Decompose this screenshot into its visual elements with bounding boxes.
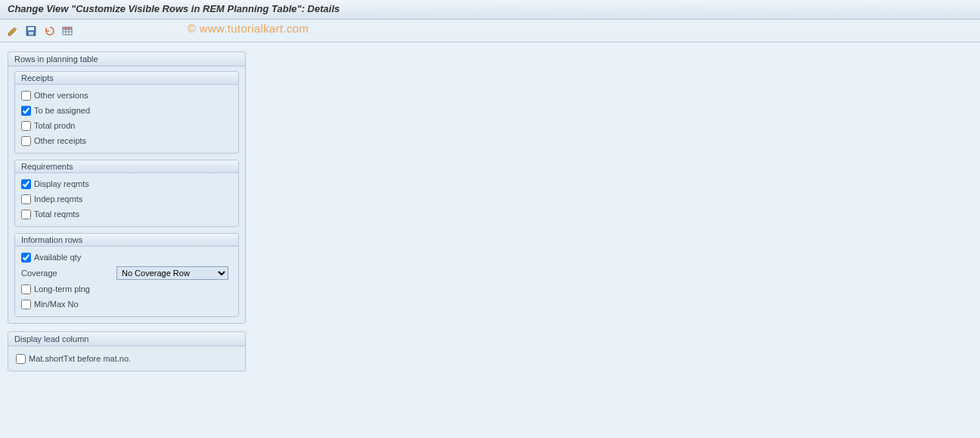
svg-rect-1 [28, 27, 34, 30]
checkbox-to-be-assigned[interactable] [21, 106, 31, 116]
checkbox-min-max-no[interactable] [21, 300, 31, 309]
row-total-prodn: Total prodn [21, 118, 232, 133]
group-requirements: Requirements Display reqmts Indep.reqmts… [14, 160, 239, 227]
watermark: © www.tutorialkart.com [188, 22, 309, 35]
page-title: Change View "Customize Visible Rows in R… [8, 3, 972, 14]
table-settings-icon[interactable] [60, 24, 74, 38]
checkbox-display-reqmts[interactable] [21, 179, 31, 189]
edit-icon[interactable] [6, 24, 20, 38]
checkbox-mat-shorttxt[interactable] [16, 354, 26, 364]
undo-icon[interactable] [42, 24, 56, 38]
row-display-reqmts: Display reqmts [21, 176, 232, 191]
svg-rect-2 [29, 32, 33, 35]
checkbox-available-qty[interactable] [21, 253, 31, 262]
panel-rows-planning-table: Rows in planning table Receipts Other ve… [8, 51, 246, 324]
row-other-versions: Other versions [21, 88, 232, 103]
label-other-receipts: Other receipts [34, 136, 86, 145]
label-long-term-plng: Long-term plng [34, 284, 90, 294]
group-title-information-rows: Information rows [15, 234, 238, 247]
group-information-rows: Information rows Available qty Coverage … [14, 233, 239, 317]
row-other-receipts: Other receipts [21, 133, 232, 148]
checkbox-other-versions[interactable] [21, 91, 31, 101]
row-indep-reqmts: Indep.reqmts [21, 191, 232, 207]
row-mat-shorttxt: Mat.shortTxt before mat.no. [16, 351, 237, 366]
row-total-reqmts: Total reqmts [21, 207, 232, 222]
label-total-prodn: Total prodn [34, 121, 75, 130]
save-icon[interactable] [24, 24, 38, 38]
panel-title-display-lead-column: Display lead column [8, 332, 245, 346]
checkbox-total-prodn[interactable] [21, 121, 31, 131]
group-receipts: Receipts Other versions To be assigned T… [14, 71, 239, 154]
label-mat-shorttxt: Mat.shortTxt before mat.no. [29, 354, 131, 363]
label-other-versions: Other versions [34, 91, 88, 100]
label-min-max-no: Min/Max No [34, 300, 79, 309]
label-coverage: Coverage [21, 269, 113, 278]
group-title-receipts: Receipts [15, 72, 238, 85]
checkbox-total-reqmts[interactable] [21, 210, 31, 219]
title-bar: Change View "Customize Visible Rows in R… [0, 0, 980, 20]
checkbox-indep-reqmts[interactable] [21, 194, 31, 204]
row-coverage: Coverage No Coverage Row [21, 265, 232, 281]
svg-rect-8 [63, 27, 72, 30]
label-available-qty: Available qty [34, 253, 81, 262]
label-to-be-assigned: To be assigned [34, 106, 90, 115]
label-display-reqmts: Display reqmts [34, 179, 89, 188]
checkbox-long-term-plng[interactable] [21, 284, 31, 294]
row-min-max-no: Min/Max No [21, 297, 232, 312]
row-long-term-plng: Long-term plng [21, 281, 232, 297]
select-coverage[interactable]: No Coverage Row [116, 266, 228, 280]
panel-title-rows-planning: Rows in planning table [8, 52, 245, 67]
row-to-be-assigned: To be assigned [21, 103, 232, 118]
toolbar: © www.tutorialkart.com [0, 20, 980, 42]
panel-display-lead-column: Display lead column Mat.shortTxt before … [8, 331, 246, 371]
content-area: Rows in planning table Receipts Other ve… [0, 42, 980, 438]
label-total-reqmts: Total reqmts [34, 210, 79, 219]
label-indep-reqmts: Indep.reqmts [34, 194, 82, 203]
group-title-requirements: Requirements [15, 160, 238, 173]
checkbox-other-receipts[interactable] [21, 136, 31, 146]
row-available-qty: Available qty [21, 250, 232, 265]
